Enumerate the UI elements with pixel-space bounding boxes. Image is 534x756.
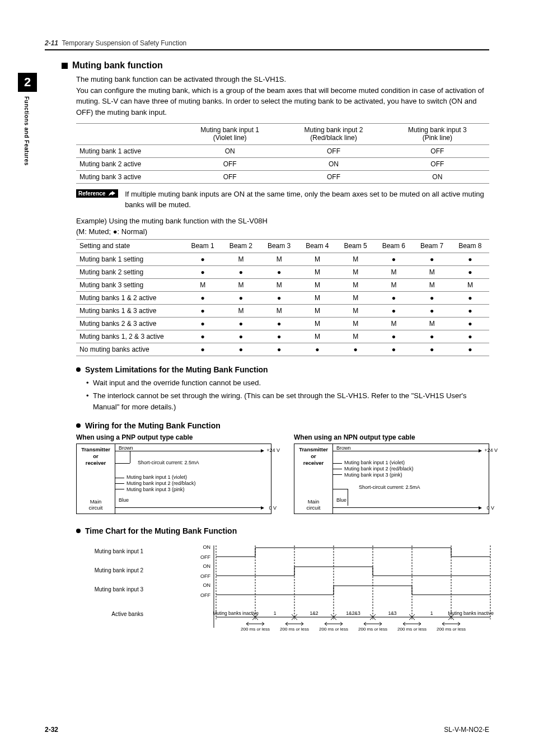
page-footer: 2-32 SL-V-M-NO2-E	[45, 726, 489, 734]
table-cell: M	[222, 253, 260, 265]
page-header: 2-11 Temporary Suspension of Safety Func…	[45, 39, 489, 47]
wire-in3-label: Muting bank input 3 (pink)	[344, 472, 402, 478]
chapter-number: 2	[18, 73, 37, 92]
table-header: Beam 2	[222, 240, 260, 253]
table-header: Muting bank input 1(Violet line)	[178, 124, 282, 145]
table-cell: M	[298, 253, 336, 265]
svg-text:1&3: 1&3	[388, 610, 396, 616]
table-cell: ●	[451, 343, 489, 356]
wiring-pnp-diagram: Transmitterorreceiver Maincircuit Brown …	[76, 444, 271, 514]
table-cell: ●	[451, 330, 489, 343]
wire-short-label: Short-circuit current: 2.5mA	[138, 460, 199, 466]
table-cell: M	[336, 253, 374, 265]
wire-0v-label: 0 V	[486, 505, 494, 511]
svg-text:200 ms or less: 200 ms or less	[397, 627, 427, 632]
reference-text: If multiple muting bank inputs are ON at…	[125, 189, 489, 211]
wire-in2-label: Muting bank input 2 (red/black)	[344, 466, 414, 472]
table-cell: No muting banks active	[76, 343, 184, 356]
table-cell: Muting banks 1 & 2 active	[76, 291, 184, 304]
table-cell: M	[374, 265, 413, 278]
table-row: No muting banks active●●●●●●●●	[76, 343, 489, 356]
table-header	[76, 124, 178, 145]
table-cell: ●	[222, 330, 260, 343]
table-cell: ●	[298, 343, 336, 356]
table-cell: OFF	[282, 170, 385, 183]
wire-blue-label: Blue	[119, 497, 129, 503]
wire-short-label: Short-circuit current: 2.5mA	[359, 484, 420, 491]
table-cell: ●	[374, 343, 413, 356]
table-cell: ●	[451, 304, 489, 317]
table-cell: ●	[413, 343, 451, 356]
table-cell: ●	[184, 265, 222, 278]
table-cell: ●	[374, 304, 413, 317]
heading-timechart: Time Chart for the Muting Bank Function	[76, 526, 489, 535]
table-cell: ●	[451, 317, 489, 330]
svg-text:Muting bank input 3: Muting bank input 3	[95, 586, 144, 592]
svg-text:1: 1	[430, 610, 433, 616]
table-cell: ●	[184, 330, 222, 343]
chapter-label: Functions and Features	[24, 96, 30, 166]
table-cell: M	[298, 330, 336, 343]
table-cell: ON	[282, 157, 385, 170]
wire-in3-label: Muting bank input 3 (pink)	[127, 487, 185, 493]
svg-text:OFF: OFF	[200, 592, 210, 598]
wiring-pnp-title: When using a PNP output type cable	[76, 433, 271, 441]
table-row: Muting banks 2 & 3 active●●●MMMM●	[76, 317, 489, 330]
table-header: Beam 5	[336, 240, 374, 253]
muting-bank-input-table: Muting bank input 1(Violet line)Muting b…	[76, 123, 489, 184]
table-cell: Muting bank 2 setting	[76, 265, 184, 278]
table-cell: Muting bank 3 active	[76, 170, 178, 183]
table-cell: ON	[386, 170, 489, 183]
table-cell: Muting banks 2 & 3 active	[76, 317, 184, 330]
table-cell: Muting bank 1 active	[76, 144, 178, 157]
table-cell: ●	[413, 253, 451, 265]
reference-badge: Reference	[76, 189, 118, 198]
svg-text:200 ms or less: 200 ms or less	[319, 627, 348, 632]
table-cell: OFF	[386, 144, 489, 157]
table-header: Muting bank input 3(Pink line)	[386, 124, 489, 145]
table-cell: M	[298, 265, 336, 278]
table-cell: M	[336, 317, 374, 330]
wiring-tx-label: Transmitterorreceiver	[79, 446, 113, 466]
table-cell: ●	[413, 330, 451, 343]
table-cell: ●	[451, 265, 489, 278]
table-cell: M	[413, 317, 451, 330]
svg-text:200 ms or less: 200 ms or less	[280, 627, 309, 632]
table-header: Setting and state	[76, 240, 184, 253]
table-header: Muting bank input 2(Red/black line)	[282, 124, 385, 145]
table-cell: ●	[260, 291, 298, 304]
table-cell: M	[260, 278, 298, 291]
table-cell: ●	[451, 253, 489, 265]
svg-text:ON: ON	[203, 563, 211, 569]
table-cell: OFF	[386, 157, 489, 170]
table-cell: M	[451, 278, 489, 291]
example-legend: (M: Muted; ●: Normal)	[76, 227, 489, 236]
wire-in2-label: Muting bank input 2 (red/black)	[127, 480, 196, 487]
table-row: Muting banks 1 & 2 active●●●MM●●●	[76, 291, 489, 304]
table-header: Beam 4	[298, 240, 336, 253]
table-cell: M	[184, 278, 222, 291]
svg-text:200 ms or less: 200 ms or less	[437, 627, 466, 632]
table-cell: ●	[222, 265, 260, 278]
table-cell: M	[336, 304, 374, 317]
table-header: Beam 6	[374, 240, 413, 253]
time-chart-diagram: Muting bank input 1ONOFFMuting bank inpu…	[76, 541, 489, 643]
table-cell: M	[413, 265, 451, 278]
table-cell: ●	[260, 330, 298, 343]
table-row: Muting bank 3 activeOFFOFFON	[76, 170, 489, 183]
page-number: 2-32	[45, 726, 58, 734]
table-row: Muting banks 1 & 3 active●MMMM●●●	[76, 304, 489, 317]
svg-text:Muting bank input 1: Muting bank input 1	[95, 548, 144, 554]
svg-text:ON: ON	[203, 582, 211, 588]
table-cell: ●	[374, 253, 413, 265]
table-cell: ●	[184, 317, 222, 330]
example-heading: Example) Using the muting bank function …	[76, 217, 489, 225]
table-cell: ON	[178, 144, 282, 157]
svg-text:ON: ON	[203, 544, 211, 550]
section-title: Temporary Suspension of Safety Function	[62, 39, 186, 47]
svg-text:1&2: 1&2	[310, 610, 318, 616]
svg-text:OFF: OFF	[200, 573, 210, 579]
table-row: Muting bank 1 activeONOFFOFF	[76, 144, 489, 157]
wiring-tx-label: Transmitterorreceiver	[297, 446, 330, 466]
table-cell: Muting banks 1, 2 & 3 active	[76, 330, 184, 343]
